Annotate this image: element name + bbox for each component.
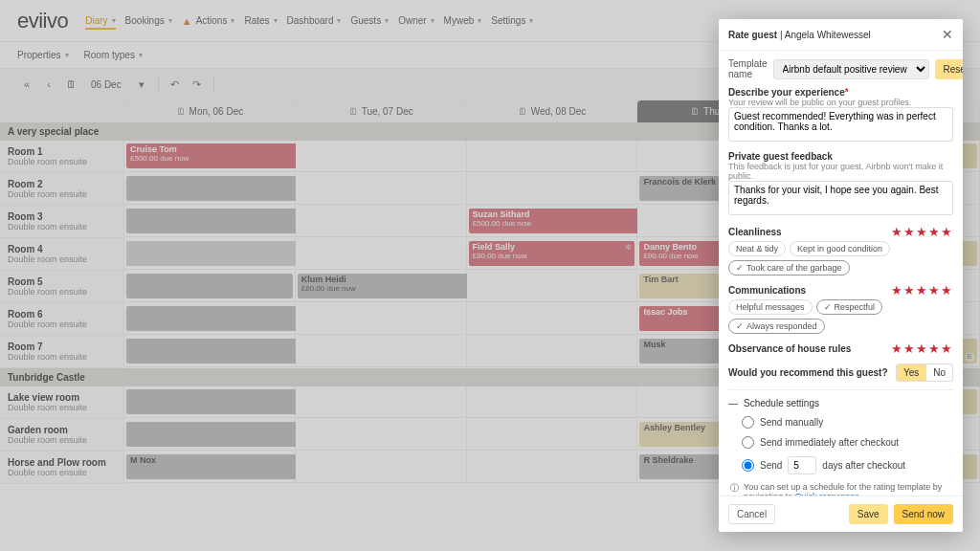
grid-cell[interactable] <box>467 141 638 172</box>
prev-page-icon[interactable]: ‹ <box>39 75 58 94</box>
grid-cell[interactable] <box>296 206 467 237</box>
nav-actions[interactable]: ▲ Actions ▾ <box>182 15 235 27</box>
panel-title-prefix: Rate guest <box>728 30 777 40</box>
calendar-icon[interactable]: 🗓 <box>61 75 80 94</box>
grid-cell[interactable] <box>467 386 638 418</box>
chevron-down-icon[interactable]: ▾ <box>132 75 151 94</box>
communications-label: Communications <box>728 285 806 296</box>
observance-section: Observance of house rules ★★★★★ <box>728 342 953 356</box>
experience-textarea[interactable]: Guest recommended! Everything was in per… <box>728 107 953 142</box>
grid-cell[interactable]: Field Sally£80.00 due now✲ <box>467 238 638 270</box>
room-label: Lake view roomDouble room ensuite <box>0 386 124 419</box>
grid-cell[interactable] <box>467 419 638 451</box>
nav-myweb[interactable]: Myweb ▾ <box>444 15 482 26</box>
chip[interactable]: Respectful <box>816 299 883 315</box>
nav-settings[interactable]: Settings ▾ <box>491 15 533 26</box>
day-column-head[interactable]: 🗓Tue, 07 Dec <box>296 100 467 122</box>
send-now-button[interactable]: Send now <box>894 504 953 524</box>
grid-cell[interactable]: Cruise Tom£500.00 due now✲ <box>124 141 296 172</box>
star-icon: ✲ <box>625 244 632 253</box>
template-select[interactable]: Airbnb default positive review <box>773 59 929 79</box>
nav-bookings[interactable]: Bookings ▾ <box>125 15 172 26</box>
chip[interactable]: Kept in good condition <box>790 241 890 256</box>
grid-cell[interactable] <box>467 336 638 367</box>
first-page-icon[interactable]: « <box>17 75 36 94</box>
private-textarea[interactable]: Thanks for your visit, I hope see you ag… <box>728 181 953 215</box>
communications-stars[interactable]: ★★★★★ <box>891 283 953 298</box>
nav-owner[interactable]: Owner ▾ <box>398 15 434 26</box>
nav-dashboard[interactable]: Dashboard ▾ <box>287 15 342 26</box>
radio-input[interactable] <box>742 436 754 449</box>
grid-cell[interactable] <box>296 238 467 270</box>
grid-cell[interactable] <box>467 271 638 302</box>
nav-rates[interactable]: Rates ▾ <box>244 15 277 26</box>
grid-cell[interactable] <box>296 141 467 172</box>
recommend-toggle[interactable]: Yes No <box>896 364 953 382</box>
grid-cell[interactable]: ✕ <box>124 238 296 270</box>
chevron-down-icon: ▾ <box>478 16 481 25</box>
cancel-button[interactable]: Cancel <box>728 504 775 524</box>
schedule-days-radio[interactable]: Send days after checkout <box>728 456 953 474</box>
grid-cell[interactable] <box>124 419 296 451</box>
recommend-no[interactable]: No <box>926 364 953 382</box>
room-types-filter[interactable]: Room types ▾ <box>84 50 143 60</box>
recommend-yes[interactable]: Yes <box>896 364 926 382</box>
close-icon[interactable]: ✕ <box>942 27 953 42</box>
grid-cell[interactable]: Klum Heidi£80.00 due now <box>296 271 467 302</box>
grid-cell[interactable] <box>296 303 467 335</box>
undo-icon[interactable]: ↶ <box>166 75 185 94</box>
experience-section: Describe your experience Your review wil… <box>728 87 953 143</box>
grid-cell[interactable] <box>296 419 467 451</box>
grid-cell[interactable]: Suzan Sithard£500.00 due now <box>467 206 638 237</box>
experience-sub: Your review will be public on your guest… <box>728 98 953 107</box>
radio-input[interactable] <box>742 416 754 429</box>
radio-input[interactable] <box>742 459 754 472</box>
grid-cell[interactable] <box>296 336 467 367</box>
chip[interactable]: Neat & tidy <box>728 241 786 256</box>
chevron-down-icon: ▾ <box>112 16 116 25</box>
schedule-manual-radio[interactable]: Send manually <box>728 416 953 429</box>
nav-guests[interactable]: Guests ▾ <box>350 15 389 26</box>
panel-body: Template name Airbnb default positive re… <box>719 51 963 496</box>
current-date[interactable]: 06 Dec <box>83 77 129 92</box>
chip[interactable]: Helpful messages <box>728 299 813 315</box>
grid-cell[interactable] <box>467 173 638 205</box>
nav-diary[interactable]: Diary ▾ <box>85 15 115 30</box>
room-label: Room 5Double room ensuite <box>0 271 124 303</box>
day-column-head[interactable]: 🗓Mon, 06 Dec <box>124 100 296 122</box>
grid-cell[interactable] <box>296 173 467 205</box>
grid-cell[interactable] <box>124 173 296 205</box>
save-button[interactable]: Save <box>849 504 888 524</box>
chip[interactable]: Always responded <box>728 319 825 334</box>
schedule-after-checkout-radio[interactable]: Send immediately after checkout <box>728 436 953 449</box>
grid-cell[interactable] <box>296 452 467 483</box>
schedule-header[interactable]: — Schedule settings <box>728 389 953 408</box>
grid-cell[interactable] <box>124 271 296 302</box>
observance-stars[interactable]: ★★★★★ <box>891 342 953 356</box>
schedule-title: Schedule settings <box>744 398 819 408</box>
chip[interactable]: Took care of the garbage <box>728 260 850 276</box>
redo-icon[interactable]: ↷ <box>188 75 207 94</box>
grid-cell[interactable] <box>124 386 296 418</box>
page-root: eviivo Diary ▾Bookings ▾▲ Actions ▾Rates… <box>0 0 980 551</box>
chevron-down-icon: ▾ <box>431 16 434 25</box>
grid-cell[interactable] <box>467 452 638 483</box>
calendar-icon: 🗓 <box>348 106 358 117</box>
grid-cell[interactable] <box>124 206 296 237</box>
room-label: Room 7Double room ensuite <box>0 336 124 368</box>
brand-logo: eviivo <box>17 9 68 33</box>
grid-cell[interactable] <box>124 303 296 335</box>
grid-cell[interactable] <box>296 386 467 418</box>
cleanliness-stars[interactable]: ★★★★★ <box>891 225 953 239</box>
grid-cell[interactable]: M Nox✲ <box>124 452 296 483</box>
grid-cell[interactable] <box>124 336 296 367</box>
check-icon <box>736 321 744 331</box>
booking-block[interactable] <box>126 274 293 298</box>
schedule-days-input[interactable] <box>788 456 816 474</box>
reset-button[interactable]: Reset <box>935 59 963 79</box>
properties-filter[interactable]: Properties ▾ <box>17 50 69 60</box>
day-column-head[interactable]: 🗓Wed, 08 Dec <box>467 100 638 122</box>
booking-block[interactable]: Field Sally£80.00 due now✲ <box>469 241 635 266</box>
grid-cell[interactable] <box>467 303 638 335</box>
schedule-manual-label: Send manually <box>760 417 823 428</box>
